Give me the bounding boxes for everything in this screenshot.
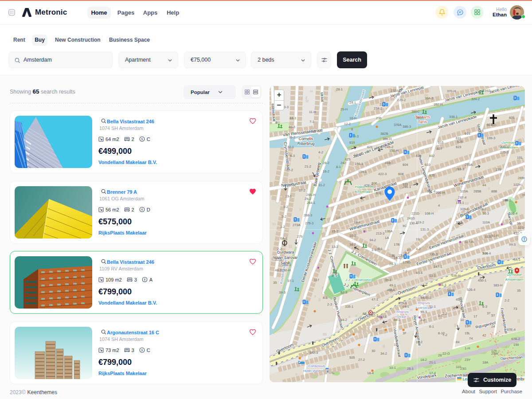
svg-text:540D-1: 540D-1 xyxy=(420,296,431,300)
svg-text:47-1: 47-1 xyxy=(372,297,378,301)
svg-text:10-1: 10-1 xyxy=(389,366,396,370)
svg-text:147-1: 147-1 xyxy=(434,265,442,269)
svg-text:9A-1: 9A-1 xyxy=(513,258,520,262)
svg-text:3-1: 3-1 xyxy=(429,260,434,264)
svg-text:370-H: 370-H xyxy=(447,89,456,93)
svg-text:62-3: 62-3 xyxy=(340,290,347,294)
svg-text:28-1: 28-1 xyxy=(376,247,383,251)
svg-text:12-2: 12-2 xyxy=(344,122,351,126)
svg-text:136A: 136A xyxy=(385,229,393,233)
svg-text:Cornelis: Cornelis xyxy=(299,137,313,141)
svg-text:631: 631 xyxy=(376,191,382,195)
svg-text:3: 3 xyxy=(275,121,277,125)
svg-text:493-1: 493-1 xyxy=(378,315,387,319)
svg-text:74: 74 xyxy=(469,336,473,340)
svg-text:3: 3 xyxy=(332,274,333,278)
svg-text:21-2: 21-2 xyxy=(305,164,311,168)
svg-text:19-4: 19-4 xyxy=(354,220,360,224)
svg-text:279: 279 xyxy=(297,235,303,239)
svg-text:16-H: 16-H xyxy=(349,116,356,120)
svg-text:7-1: 7-1 xyxy=(403,269,407,273)
svg-text:43-4: 43-4 xyxy=(416,271,422,275)
svg-text:Amsterdam: Amsterdam xyxy=(505,278,524,282)
svg-text:234-2: 234-2 xyxy=(374,106,382,110)
svg-text:473-3: 473-3 xyxy=(398,301,407,305)
svg-text:2-3: 2-3 xyxy=(327,302,332,306)
svg-text:10-2: 10-2 xyxy=(416,340,422,344)
svg-text:621: 621 xyxy=(367,145,373,149)
svg-text:103A: 103A xyxy=(460,189,468,193)
svg-text:206-H: 206-H xyxy=(436,191,445,195)
svg-text:334G: 334G xyxy=(482,89,491,93)
svg-text:55-3: 55-3 xyxy=(420,310,427,314)
svg-text:15L: 15L xyxy=(465,331,470,335)
svg-text:91-H: 91-H xyxy=(491,234,498,238)
svg-text:131-3: 131-3 xyxy=(420,227,429,231)
svg-text:232-H: 232-H xyxy=(391,89,399,93)
svg-text:25-2: 25-2 xyxy=(305,197,311,201)
svg-text:265E: 265E xyxy=(518,176,525,180)
svg-text:23Y: 23Y xyxy=(465,358,470,362)
svg-text:159: 159 xyxy=(513,343,519,347)
svg-text:1-2: 1-2 xyxy=(280,225,285,229)
svg-text:20-H: 20-H xyxy=(340,107,348,111)
svg-text:364-3: 364-3 xyxy=(425,96,433,100)
svg-text:8-3: 8-3 xyxy=(290,154,295,158)
svg-text:31-2: 31-2 xyxy=(318,183,325,187)
svg-text:1-H: 1-H xyxy=(465,346,470,350)
svg-text:14-3: 14-3 xyxy=(394,256,400,260)
svg-text:602: 602 xyxy=(429,154,435,158)
svg-text:28-3: 28-3 xyxy=(389,262,396,266)
svg-text:604: 604 xyxy=(403,163,408,167)
svg-text:32-1: 32-1 xyxy=(287,145,294,149)
svg-text:45-3: 45-3 xyxy=(456,297,462,301)
svg-text:2-2: 2-2 xyxy=(442,312,447,316)
svg-text:178-1: 178-1 xyxy=(478,207,486,211)
svg-text:199-3: 199-3 xyxy=(487,136,495,140)
svg-text:86B: 86B xyxy=(491,189,497,193)
svg-text:42: 42 xyxy=(482,333,486,337)
svg-text:106-4: 106-4 xyxy=(509,211,517,215)
svg-text:3-3: 3-3 xyxy=(311,129,316,133)
svg-text:3F: 3F xyxy=(403,331,407,335)
svg-text:335-1: 335-1 xyxy=(345,305,353,309)
svg-text:28-1: 28-1 xyxy=(336,87,343,91)
svg-text:241D: 241D xyxy=(407,216,415,220)
svg-text:382B: 382B xyxy=(380,132,388,136)
svg-text:35: 35 xyxy=(517,289,520,293)
svg-text:109-1: 109-1 xyxy=(460,207,469,211)
svg-text:275-3: 275-3 xyxy=(500,150,509,154)
svg-text:straat: straat xyxy=(320,92,325,102)
svg-text:102H: 102H xyxy=(513,183,521,187)
svg-text:101H: 101H xyxy=(518,226,525,230)
svg-text:275-3: 275-3 xyxy=(305,221,313,225)
svg-text:15-2: 15-2 xyxy=(332,229,338,233)
svg-text:623: 623 xyxy=(345,157,351,161)
svg-text:416C: 416C xyxy=(385,161,393,165)
svg-text:130-3: 130-3 xyxy=(429,252,438,256)
svg-text:7-1: 7-1 xyxy=(309,120,314,124)
svg-text:130-4: 130-4 xyxy=(409,221,418,225)
svg-text:34-2: 34-2 xyxy=(380,352,387,356)
svg-text:Amsterdam: Amsterdam xyxy=(354,190,373,194)
svg-text:51-1: 51-1 xyxy=(429,305,436,309)
svg-text:106-H: 106-H xyxy=(451,274,460,278)
svg-text:Rhijnvis: Rhijnvis xyxy=(418,301,430,305)
svg-text:6A-2: 6A-2 xyxy=(280,236,287,240)
svg-text:27-2: 27-2 xyxy=(286,168,293,172)
svg-text:97A-2: 97A-2 xyxy=(511,337,520,341)
svg-text:37: 37 xyxy=(487,311,490,315)
svg-text:Conscious: Conscious xyxy=(308,364,325,368)
svg-text:615: 615 xyxy=(438,141,444,145)
svg-text:505: 505 xyxy=(349,356,355,360)
svg-text:3-2: 3-2 xyxy=(420,318,425,322)
svg-text:619: 619 xyxy=(465,132,470,136)
svg-text:1-1: 1-1 xyxy=(438,313,443,317)
svg-text:396-H: 396-H xyxy=(383,137,391,141)
svg-text:613: 613 xyxy=(478,129,484,133)
svg-text:15R: 15R xyxy=(465,324,471,328)
svg-text:26-2: 26-2 xyxy=(323,161,329,165)
svg-text:103L: 103L xyxy=(485,235,492,239)
svg-text:360C: 360C xyxy=(411,110,420,113)
svg-text:30: 30 xyxy=(372,349,375,353)
